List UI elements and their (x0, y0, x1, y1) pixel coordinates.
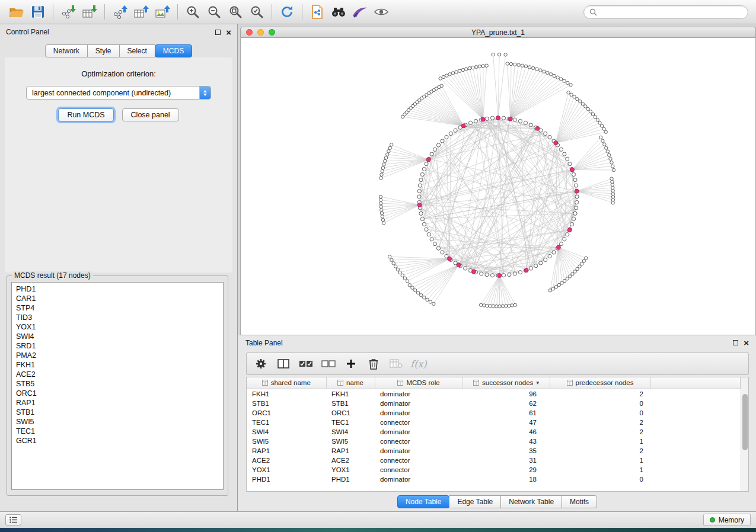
network-node[interactable] (576, 98, 579, 101)
network-node[interactable] (539, 69, 542, 72)
network-node[interactable] (548, 289, 551, 292)
network-node[interactable] (401, 274, 404, 277)
network-node[interactable] (419, 211, 423, 215)
network-node[interactable] (506, 62, 509, 65)
network-window-titlebar[interactable]: YPA_prune.txt_1 (240, 27, 756, 38)
network-node[interactable] (420, 217, 424, 220)
column-header[interactable]: name (326, 377, 375, 389)
close-panel-icon[interactable]: × (226, 28, 231, 37)
network-node[interactable] (575, 200, 579, 204)
network-node[interactable] (611, 186, 614, 189)
network-node[interactable] (513, 63, 516, 66)
network-node[interactable] (596, 118, 599, 121)
network-node[interactable] (567, 91, 570, 94)
run-mcds-button[interactable]: Run MCDS (58, 108, 113, 121)
network-node[interactable] (471, 66, 474, 69)
table-scrollbar[interactable] (741, 377, 748, 491)
network-node[interactable] (599, 136, 602, 139)
network-node[interactable] (517, 63, 520, 66)
network-node[interactable] (554, 286, 557, 289)
network-node[interactable] (379, 195, 382, 198)
network-node[interactable] (548, 254, 551, 258)
tab-select[interactable]: Select (119, 44, 155, 57)
mcds-dominator-node[interactable] (554, 141, 558, 145)
network-node[interactable] (429, 300, 432, 303)
network-node[interactable] (586, 107, 589, 110)
network-node[interactable] (568, 275, 571, 278)
memory-button[interactable]: Memory (703, 514, 751, 526)
show-hide-button[interactable] (371, 2, 392, 21)
network-node[interactable] (573, 270, 576, 273)
network-node[interactable] (380, 211, 383, 214)
mcds-dominator-node[interactable] (575, 189, 579, 193)
network-node[interactable] (468, 121, 472, 124)
export-network-button[interactable] (109, 2, 130, 21)
network-node[interactable] (485, 64, 488, 67)
network-node[interactable] (610, 161, 613, 164)
network-node[interactable] (543, 70, 546, 73)
network-node[interactable] (430, 238, 433, 241)
network-node[interactable] (610, 177, 613, 180)
network-node[interactable] (546, 71, 549, 74)
network-node[interactable] (417, 195, 421, 198)
result-list-item[interactable]: ACE2 (12, 370, 223, 379)
network-node[interactable] (418, 184, 422, 187)
network-node[interactable] (611, 195, 614, 198)
close-panel-button[interactable]: Close panel (122, 108, 179, 121)
network-node[interactable] (486, 304, 489, 307)
result-list-item[interactable]: SRD1 (12, 341, 223, 351)
network-node[interactable] (445, 135, 448, 139)
network-node[interactable] (572, 172, 576, 176)
network-node[interactable] (563, 238, 566, 241)
style-button[interactable] (349, 2, 371, 21)
network-node[interactable] (480, 272, 483, 275)
network-node[interactable] (611, 183, 614, 186)
network-node[interactable] (398, 271, 401, 274)
network-node[interactable] (458, 69, 461, 72)
export-image-button[interactable] (152, 2, 173, 21)
network-node[interactable] (419, 178, 423, 182)
network-node[interactable] (490, 116, 494, 120)
network-node[interactable] (559, 148, 563, 151)
network-node[interactable] (578, 265, 581, 268)
network-node[interactable] (511, 304, 513, 307)
network-node[interactable] (505, 305, 508, 307)
mcds-dominator-node[interactable] (570, 168, 575, 172)
network-node[interactable] (544, 132, 547, 135)
network-node[interactable] (379, 202, 382, 205)
network-node[interactable] (585, 257, 588, 259)
network-node[interactable] (445, 74, 448, 77)
tab-node-table[interactable]: Node Table (397, 495, 450, 508)
network-node[interactable] (382, 163, 385, 166)
network-node[interactable] (600, 124, 603, 127)
result-list-item[interactable]: TID3 (12, 313, 223, 322)
tab-mcds[interactable]: MCDS (155, 44, 192, 57)
network-node[interactable] (433, 242, 436, 246)
network-node[interactable] (441, 251, 444, 254)
network-node[interactable] (580, 262, 583, 265)
network-node[interactable] (532, 66, 535, 69)
table-row[interactable]: RAP1RAP1dominator352 (247, 446, 741, 456)
network-node[interactable] (430, 152, 433, 156)
network-node[interactable] (608, 153, 611, 156)
network-node[interactable] (573, 211, 577, 215)
network-node[interactable] (475, 65, 478, 68)
network-node[interactable] (426, 298, 429, 301)
column-header[interactable]: MCDS role (375, 377, 462, 389)
network-node[interactable] (427, 233, 430, 236)
table-mode-button[interactable] (251, 355, 270, 373)
clone-network-button[interactable] (307, 2, 328, 21)
network-node[interactable] (416, 291, 419, 294)
network-node[interactable] (579, 100, 582, 103)
mcds-dominator-node[interactable] (461, 124, 465, 128)
float-panel-icon[interactable] (733, 340, 738, 345)
result-list-item[interactable]: CAR1 (12, 294, 223, 303)
result-list-item[interactable]: SWI4 (12, 332, 223, 341)
table-row[interactable]: ACE2ACE2connector311 (247, 456, 741, 465)
network-node[interactable] (433, 148, 436, 151)
network-node[interactable] (451, 72, 454, 75)
table-row[interactable]: SWI5SWI5connector431 (247, 437, 741, 446)
network-node[interactable] (420, 172, 424, 176)
network-node[interactable] (379, 198, 382, 201)
network-node[interactable] (581, 102, 584, 105)
